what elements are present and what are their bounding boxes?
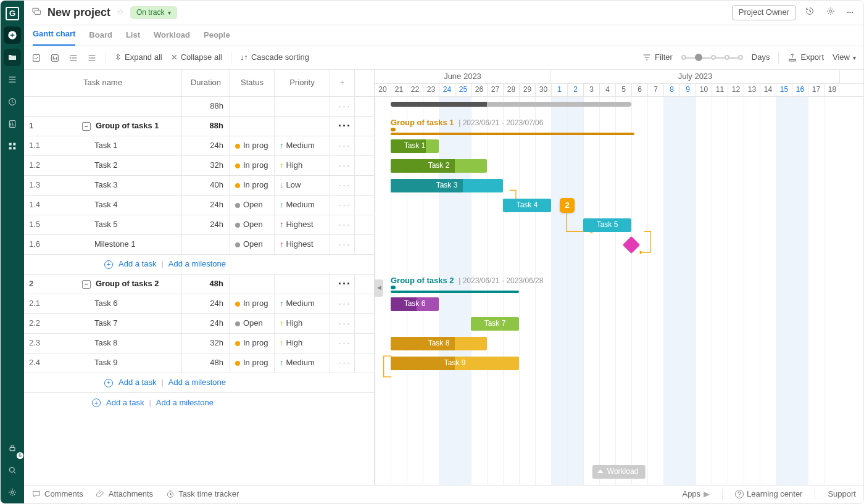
day-header[interactable]: 20 bbox=[375, 84, 391, 96]
cell-duration[interactable]: 88h bbox=[182, 117, 230, 136]
day-header[interactable]: 10 bbox=[696, 84, 712, 96]
day-header[interactable]: 8 bbox=[663, 84, 679, 96]
day-header[interactable]: 3 bbox=[583, 84, 599, 96]
more-icon[interactable]: ··· bbox=[844, 5, 856, 20]
cell-duration[interactable]: 88h bbox=[182, 97, 230, 116]
collapse-icon[interactable]: − bbox=[82, 280, 91, 289]
gantt-bar[interactable]: Task 5 bbox=[583, 218, 631, 232]
day-header[interactable]: 22 bbox=[407, 84, 423, 96]
support-link[interactable]: Support bbox=[828, 489, 856, 500]
day-header[interactable]: 25 bbox=[455, 84, 471, 96]
add-task-link[interactable]: Add a task bbox=[118, 259, 156, 270]
row-menu-icon[interactable]: ··· bbox=[330, 196, 355, 215]
cell-duration[interactable]: 48h bbox=[182, 275, 230, 294]
row-menu-icon[interactable]: ··· bbox=[330, 117, 355, 136]
add-icon[interactable]: + bbox=[104, 260, 113, 269]
day-header[interactable]: 14 bbox=[760, 84, 776, 96]
grid-row[interactable]: 2−Group of tasks 248h··· bbox=[24, 275, 374, 294]
row-menu-icon[interactable]: ··· bbox=[330, 176, 355, 195]
grid-row[interactable]: 1.1Task 124hIn prog↑Medium··· bbox=[24, 136, 374, 156]
grid-row[interactable]: 1.5Task 524hOpen↑Highest··· bbox=[24, 215, 374, 235]
row-menu-icon[interactable]: ··· bbox=[330, 97, 355, 116]
checkbox-icon[interactable] bbox=[31, 53, 41, 63]
day-header[interactable]: 11 bbox=[712, 84, 728, 96]
add-column-button[interactable]: + bbox=[330, 70, 355, 96]
cell-name[interactable]: 2.1Task 6 bbox=[24, 294, 182, 313]
day-header[interactable]: 30 bbox=[535, 84, 551, 96]
add-milestone-link[interactable]: Add a milestone bbox=[168, 259, 226, 270]
day-header[interactable]: 6 bbox=[631, 84, 647, 96]
gantt-bar[interactable]: Task 6 bbox=[391, 297, 439, 311]
grid-row[interactable]: 1.3Task 340hIn prog↓Low··· bbox=[24, 176, 374, 196]
cell-duration[interactable]: 24h bbox=[182, 215, 230, 234]
filter-button[interactable]: Filter bbox=[642, 52, 673, 63]
day-header[interactable]: 15 bbox=[776, 84, 792, 96]
gantt-bar[interactable]: Task 3 bbox=[391, 179, 503, 192]
attachments-button[interactable]: Attachments bbox=[96, 489, 153, 500]
cell-name[interactable] bbox=[24, 97, 182, 116]
collapse-all-button[interactable]: ⤫Collapse all bbox=[171, 52, 222, 63]
cell-name[interactable]: 1.4Task 4 bbox=[24, 196, 182, 215]
row-menu-icon[interactable]: ··· bbox=[330, 294, 355, 313]
cell-name[interactable]: 1−Group of tasks 1 bbox=[24, 117, 182, 136]
day-header[interactable]: 26 bbox=[471, 84, 487, 96]
add-icon[interactable]: + bbox=[104, 379, 113, 387]
grid-row[interactable]: 2.2Task 724hOpen↑High··· bbox=[24, 314, 374, 334]
grid-row[interactable]: 1−Group of tasks 188h··· bbox=[24, 117, 374, 136]
cell-priority[interactable]: ↑High bbox=[275, 314, 330, 333]
cell-priority[interactable] bbox=[275, 117, 330, 136]
cell-duration[interactable]: 40h bbox=[182, 176, 230, 195]
day-header[interactable]: 1 bbox=[551, 84, 567, 96]
grid-row[interactable]: 2.1Task 624hIn prog↑Medium··· bbox=[24, 294, 374, 314]
status-pill[interactable]: On track▾ bbox=[130, 6, 177, 20]
folder-icon[interactable] bbox=[4, 49, 21, 66]
cell-priority[interactable]: ↓Low bbox=[275, 176, 330, 195]
add-milestone-link[interactable]: Add a milestone bbox=[156, 398, 214, 408]
cell-status[interactable]: In prog bbox=[230, 176, 275, 195]
cell-status[interactable]: In prog bbox=[230, 156, 275, 175]
gantt-bar[interactable]: Task 9 bbox=[391, 357, 519, 370]
day-header[interactable]: 29 bbox=[519, 84, 535, 96]
cell-priority[interactable] bbox=[275, 275, 330, 294]
grid-row[interactable]: 2.3Task 832hIn prog↑High··· bbox=[24, 334, 374, 353]
cell-status[interactable]: Open bbox=[230, 196, 275, 215]
cell-name[interactable]: 2.2Task 7 bbox=[24, 314, 182, 333]
app-logo[interactable]: G bbox=[6, 7, 19, 20]
cell-priority[interactable] bbox=[275, 97, 330, 116]
day-header[interactable]: 17 bbox=[808, 84, 824, 96]
row-menu-icon[interactable]: ··· bbox=[330, 275, 355, 294]
tab-workload[interactable]: Workload bbox=[154, 30, 190, 46]
cell-priority[interactable]: ↑Highest bbox=[275, 235, 330, 254]
history-icon[interactable] bbox=[802, 4, 817, 22]
gantt-bar[interactable]: Task 7 bbox=[471, 317, 519, 331]
cell-status[interactable]: In prog bbox=[230, 353, 275, 373]
day-header[interactable]: 23 bbox=[423, 84, 439, 96]
workload-button[interactable]: Workload bbox=[592, 465, 646, 479]
day-header[interactable]: 7 bbox=[647, 84, 663, 96]
row-menu-icon[interactable]: ··· bbox=[330, 235, 355, 254]
cell-name[interactable]: 1.6Milestone 1 bbox=[24, 235, 182, 254]
cell-duration[interactable]: 24h bbox=[182, 314, 230, 333]
day-header[interactable]: 28 bbox=[503, 84, 519, 96]
gantt-bar[interactable]: Task 2 bbox=[391, 159, 487, 173]
col-duration[interactable]: Duration bbox=[182, 70, 230, 96]
day-header[interactable]: 24 bbox=[439, 84, 455, 96]
cell-status[interactable]: In prog bbox=[230, 136, 275, 155]
cell-priority[interactable]: ↑Medium bbox=[275, 353, 330, 373]
col-status[interactable]: Status bbox=[230, 70, 275, 96]
cell-status[interactable] bbox=[230, 275, 275, 294]
report-icon[interactable] bbox=[4, 115, 21, 133]
summary-bar[interactable] bbox=[391, 102, 631, 107]
day-header[interactable]: 5 bbox=[615, 84, 631, 96]
row-menu-icon[interactable]: ··· bbox=[330, 334, 355, 353]
cell-duration[interactable]: 24h bbox=[182, 196, 230, 215]
cell-name[interactable]: 2.4Task 9 bbox=[24, 353, 182, 373]
day-header[interactable]: 16 bbox=[792, 84, 808, 96]
tab-board[interactable]: Board bbox=[89, 30, 112, 46]
col-task-name[interactable]: Task name bbox=[24, 70, 182, 96]
cell-status[interactable]: In prog bbox=[230, 334, 275, 353]
search-icon[interactable] bbox=[4, 461, 21, 479]
grid-icon[interactable] bbox=[4, 138, 21, 155]
row-menu-icon[interactable]: ··· bbox=[330, 314, 355, 333]
lock-icon[interactable] bbox=[4, 439, 21, 456]
